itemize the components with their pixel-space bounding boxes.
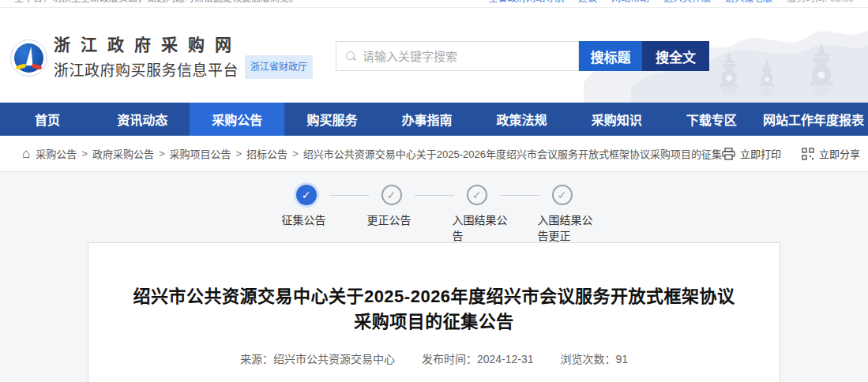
- step-shortlist-result-correction: 入围结果公告更正: [528, 185, 596, 244]
- breadcrumb-item[interactable]: 招标公告: [246, 146, 287, 161]
- step-label: 征集公告: [272, 212, 340, 228]
- site-title: 浙江政府采购网: [54, 35, 313, 55]
- topbar-links: 全省政府网站导航 建议 网站帮助 进入关怀版 进入适老版 服务时间: 08:00: [488, 0, 854, 8]
- topbar: 全平台！切换至全新改版页面，如遇问题可点击此处恢复旧版浏览。 全省政府网站导航 …: [0, 0, 868, 8]
- search-bar: 搜标题 搜全文: [336, 41, 709, 71]
- check-icon: [381, 185, 402, 205]
- page: 全平台！切换至全新改版页面，如遇问题可点击此处恢复旧版浏览。 全省政府网站导航 …: [0, 0, 868, 382]
- article-title: 绍兴市公共资源交易中心关于2025-2026年度绍兴市会议服务开放式框架协议采购…: [130, 284, 738, 335]
- qr-share-icon: [802, 148, 814, 160]
- site-logo-icon: [10, 39, 47, 77]
- article-source: 来源：绍兴市公共资源交易中心: [240, 353, 395, 365]
- nav-item-news[interactable]: 资讯动态: [95, 103, 190, 136]
- breadcrumb-current: 绍兴市公共资源交易中心关于2025-2026年度绍兴市会议服务开放式框架协议采购…: [303, 146, 722, 161]
- site-header: 浙江政府采购网 浙江政府购买服务信息平台 浙江省财政厅 搜标题 搜全文: [0, 8, 868, 103]
- print-button[interactable]: 立即打印: [722, 146, 781, 161]
- topbar-notice: 全平台！切换至全新改版页面，如遇问题可点击此处恢复旧版浏览。: [14, 0, 299, 8]
- search-icon: [346, 51, 356, 62]
- printer-icon: [722, 148, 735, 160]
- content-area: 征集公告 更正公告 入围结果公告 入围结果公告更正 绍兴市公共资源交易中心关于2…: [0, 172, 868, 382]
- home-icon[interactable]: ⌂: [22, 147, 30, 160]
- step-collection-notice: 征集公告: [272, 185, 340, 228]
- nav-item-procurement-notice[interactable]: 采购公告: [190, 103, 284, 136]
- main-nav: 首页 资讯动态 采购公告 购买服务 办事指南 政策法规 采购知识 下载专区 网站…: [0, 103, 868, 136]
- article-meta: 来源：绍兴市公共资源交易中心 发布时间：2024-12-31 浏览次数：91: [88, 350, 780, 366]
- topbar-link-elder-version[interactable]: 进入适老版: [725, 0, 772, 8]
- share-label: 立即分享: [819, 146, 860, 161]
- topbar-link-site-nav[interactable]: 全省政府网站导航: [488, 0, 564, 8]
- org-badge: 浙江省财政厅: [245, 55, 313, 79]
- nav-item-purchase-service[interactable]: 购买服务: [284, 103, 379, 136]
- site-subtitle: 浙江政府购买服务信息平台: [54, 61, 239, 81]
- check-icon: [296, 185, 317, 205]
- breadcrumb-separator: >: [292, 148, 299, 159]
- step-shortlist-result-notice: 入围结果公告: [443, 185, 511, 244]
- step-label: 更正公告: [358, 212, 426, 228]
- breadcrumb-item[interactable]: 采购项目公告: [170, 146, 231, 161]
- topbar-link-suggest[interactable]: 建议: [578, 0, 597, 8]
- topbar-link-care-version[interactable]: 进入关怀版: [663, 0, 711, 8]
- topbar-service-time: 服务时间: 08:00: [787, 0, 854, 8]
- search-title-button[interactable]: 搜标题: [579, 41, 642, 71]
- logo-home-link[interactable]: 浙江政府采购网 浙江政府购买服务信息平台 浙江省财政厅: [10, 35, 313, 81]
- search-fulltext-button[interactable]: 搜全文: [642, 41, 709, 71]
- breadcrumb-item[interactable]: 政府采购公告: [92, 146, 154, 161]
- breadcrumb-separator: >: [159, 148, 165, 159]
- article-publish-date: 发布时间：2024-12-31: [422, 353, 534, 365]
- article-view-count: 浏览次数：91: [560, 353, 628, 365]
- nav-item-download[interactable]: 下载专区: [664, 103, 759, 136]
- check-icon: [467, 185, 487, 205]
- search-input[interactable]: [363, 50, 578, 63]
- topbar-link-help[interactable]: 网站帮助: [611, 0, 649, 8]
- nav-item-knowledge[interactable]: 采购知识: [569, 103, 664, 136]
- breadcrumb: ⌂ 采购公告 > 政府采购公告 > 采购项目公告 > 招标公告 > 绍兴市公共资…: [0, 136, 868, 172]
- notice-progress-steps: 征集公告 更正公告 入围结果公告 入围结果公告更正: [0, 185, 868, 244]
- breadcrumb-item[interactable]: 采购公告: [36, 146, 77, 161]
- step-correction-notice: 更正公告: [358, 185, 426, 228]
- article-card: 绍兴市公共资源交易中心关于2025-2026年度绍兴市会议服务开放式框架协议采购…: [88, 242, 780, 382]
- step-label: 入围结果公告更正: [528, 212, 596, 244]
- nav-item-policy[interactable]: 政策法规: [475, 103, 569, 136]
- nav-item-home[interactable]: 首页: [0, 103, 95, 136]
- breadcrumb-separator: >: [236, 148, 242, 159]
- nav-item-guide[interactable]: 办事指南: [379, 103, 474, 136]
- share-button[interactable]: 立即分享: [802, 146, 860, 161]
- print-label: 立即打印: [740, 146, 781, 161]
- breadcrumb-separator: >: [81, 148, 88, 159]
- nav-item-annual-report[interactable]: 网站工作年度报表: [759, 103, 868, 136]
- check-icon: [552, 185, 573, 205]
- step-label: 入围结果公告: [443, 212, 511, 244]
